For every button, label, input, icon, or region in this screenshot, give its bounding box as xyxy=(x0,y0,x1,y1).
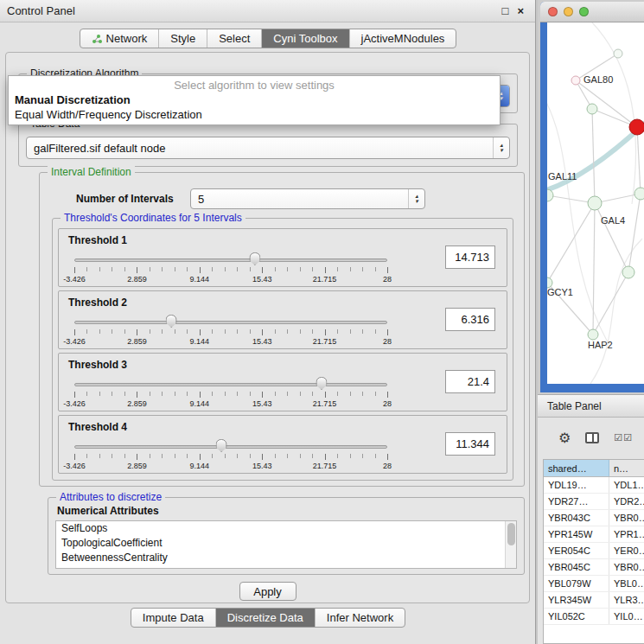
interval-definition-group: Interval Definition Number of Intervals … xyxy=(39,172,525,487)
float-window-icon[interactable]: □ xyxy=(502,4,509,17)
table-data-combo[interactable]: galFiltered.sif default node ▴ ▾ xyxy=(26,137,510,159)
list-item-topologicalcoefficient[interactable]: TopologicalCoefficient xyxy=(56,536,516,551)
threshold-1-panel: Threshold 1 -3.4262.8599.14415.4321.7152… xyxy=(58,228,507,287)
slider-thumb[interactable] xyxy=(216,439,227,452)
network-node[interactable] xyxy=(622,266,634,278)
tab-style[interactable]: Style xyxy=(159,29,207,48)
table-row[interactable]: YIL052C YIL0… xyxy=(544,609,644,625)
number-of-intervals-label: Number of Intervals xyxy=(76,193,174,205)
tab-network-label: Network xyxy=(106,32,148,45)
algorithm-dropdown-popup: Select algorithm to view settings Manual… xyxy=(8,75,501,125)
slider-thumb[interactable] xyxy=(316,377,327,390)
table-row[interactable]: YBL079W YBL0… xyxy=(544,576,644,592)
network-node[interactable] xyxy=(571,76,580,85)
list-item-selfloops[interactable]: SelfLoops xyxy=(56,521,516,536)
threshold-2-label: Threshold 2 xyxy=(68,296,127,309)
threshold-3-slider[interactable]: -3.4262.8599.14415.4321.71528 xyxy=(74,375,387,410)
dropdown-item-manual-discretization[interactable]: Manual Discretization xyxy=(9,92,500,107)
slider-track xyxy=(74,383,387,386)
threshold-1-value-field[interactable]: 14.713 xyxy=(445,245,495,269)
gear-icon[interactable]: ⚙ xyxy=(558,430,571,446)
table-row[interactable]: YLR345W YLR3… xyxy=(544,592,644,609)
combo-stepper-icon: ▴ ▾ xyxy=(493,137,509,158)
down-arrow-icon: ▾ xyxy=(500,148,503,153)
table-header-row: shared… n… xyxy=(544,460,644,477)
network-node[interactable] xyxy=(614,49,622,58)
tab-jactivemnodules[interactable]: jActiveMNodules xyxy=(350,29,456,48)
tab-impute-data-label: Impute Data xyxy=(143,611,204,624)
table-data-combo-value: galFiltered.sif default node xyxy=(27,142,493,155)
close-window-icon[interactable]: × xyxy=(517,4,524,17)
dropdown-item-equal-width-frequency[interactable]: Equal Width/Frequency Discretization xyxy=(9,107,500,122)
tab-jactivemnodules-label: jActiveMNodules xyxy=(361,32,445,45)
table-row[interactable]: YDL19… YDL1… xyxy=(544,477,644,494)
threshold-2-slider[interactable]: -3.4262.8599.14415.4321.71528 xyxy=(74,313,387,348)
table-row[interactable]: YER054C YER0… xyxy=(544,543,644,559)
number-of-intervals-combo[interactable]: 5 ▴ ▾ xyxy=(190,188,425,209)
combo-stepper-icon: ▴ ▾ xyxy=(408,189,424,208)
threshold-3-panel: Threshold 3 -3.4262.8599.14415.4321.7152… xyxy=(58,353,507,411)
table-row[interactable]: YBR045C YBR0… xyxy=(544,559,644,576)
tab-cyni-toolbox[interactable]: Cyni Toolbox xyxy=(262,29,349,48)
table-row[interactable]: YPR145W YPR1… xyxy=(544,526,644,543)
tab-select-label: Select xyxy=(219,32,250,45)
column-header-shared-name[interactable]: shared… xyxy=(544,460,609,476)
tab-discretize-data[interactable]: Discretize Data xyxy=(216,609,316,627)
threshold-2-value-field[interactable]: 6.316 xyxy=(445,308,495,331)
network-canvas[interactable]: GAL80 GAL11 GAL4 GCY1 HAP2 xyxy=(547,22,644,384)
table-panel-header: Table Panel xyxy=(538,394,644,418)
node-label-gal4: GAL4 xyxy=(601,215,625,226)
columns-icon[interactable] xyxy=(585,432,599,443)
slider-scale-labels: -3.4262.8599.14415.4321.71528 xyxy=(74,337,387,347)
threshold-2-panel: Threshold 2 -3.4262.8599.14415.4321.7152… xyxy=(58,290,507,349)
close-traffic-light[interactable] xyxy=(548,7,558,16)
slider-track xyxy=(74,258,387,262)
tab-cyni-toolbox-label: Cyni Toolbox xyxy=(273,32,337,45)
threshold-4-value-field[interactable]: 11.344 xyxy=(445,432,495,456)
list-item-betweennesscentrality[interactable]: BetweennessCentrality xyxy=(56,551,516,565)
bottom-tab-bar: Impute Data Discretize Data Infer Networ… xyxy=(0,608,536,628)
numerical-attributes-label: Numerical Attributes xyxy=(57,505,159,517)
column-header-name[interactable]: n… xyxy=(609,460,644,476)
slider-track xyxy=(74,445,387,449)
network-node[interactable] xyxy=(588,329,598,340)
tab-style-label: Style xyxy=(170,32,195,45)
threshold-3-value-field[interactable]: 21.4 xyxy=(445,370,495,393)
network-node[interactable] xyxy=(634,188,644,200)
network-node[interactable] xyxy=(587,104,597,114)
slider-thumb[interactable] xyxy=(249,252,260,265)
table-panel-body: ⚙ ☑☑ shared… n… YDL19… YDL1… YDR27… YDR2… xyxy=(538,418,644,644)
threshold-1-slider[interactable]: -3.4262.8599.14415.4321.71528 xyxy=(74,251,387,285)
dropdown-placeholder-item[interactable]: Select algorithm to view settings xyxy=(9,78,500,92)
minimize-traffic-light[interactable] xyxy=(564,7,573,16)
node-label-gal80: GAL80 xyxy=(583,74,613,85)
tab-network[interactable]: Network xyxy=(80,29,160,48)
table-row[interactable]: YBR043C YBR0… xyxy=(544,510,644,526)
tab-discretize-data-label: Discretize Data xyxy=(227,611,303,624)
network-node[interactable] xyxy=(588,196,602,210)
threshold-4-slider[interactable]: -3.4262.8599.14415.4321.71528 xyxy=(74,437,387,472)
tab-impute-data[interactable]: Impute Data xyxy=(131,609,216,627)
tab-select[interactable]: Select xyxy=(207,29,262,48)
table-row[interactable]: YDR27… YDR2… xyxy=(544,494,644,510)
selected-network-node[interactable] xyxy=(629,119,644,135)
zoom-traffic-light[interactable] xyxy=(579,7,589,16)
numerical-attributes-list: SelfLoops TopologicalCoefficient Between… xyxy=(55,520,517,569)
slider-scale-labels: -3.4262.8599.14415.4321.71528 xyxy=(74,399,387,409)
tab-infer-network[interactable]: Infer Network xyxy=(316,609,405,627)
list-scrollbar[interactable] xyxy=(505,521,516,568)
select-columns-icon[interactable]: ☑☑ xyxy=(614,432,633,443)
threshold-4-label: Threshold 4 xyxy=(68,421,127,433)
network-node[interactable] xyxy=(547,189,553,201)
threshold-1-label: Threshold 1 xyxy=(68,234,127,246)
slider-scale-labels: -3.4262.8599.14415.4321.71528 xyxy=(74,275,387,284)
table-data-group: Table Data galFiltered.sif default node … xyxy=(18,124,518,167)
node-label-gcy1: GCY1 xyxy=(547,287,573,297)
scrollbar-thumb[interactable] xyxy=(507,523,515,545)
table-panel-toolbar: ⚙ ☑☑ xyxy=(538,423,644,452)
window-title: Control Panel xyxy=(0,4,75,17)
slider-minor-ticks xyxy=(74,392,387,396)
apply-button[interactable]: Apply xyxy=(239,582,296,601)
thresholds-group: Threshold's Coordinates for 5 Intervals … xyxy=(52,218,513,481)
slider-thumb[interactable] xyxy=(166,315,177,328)
